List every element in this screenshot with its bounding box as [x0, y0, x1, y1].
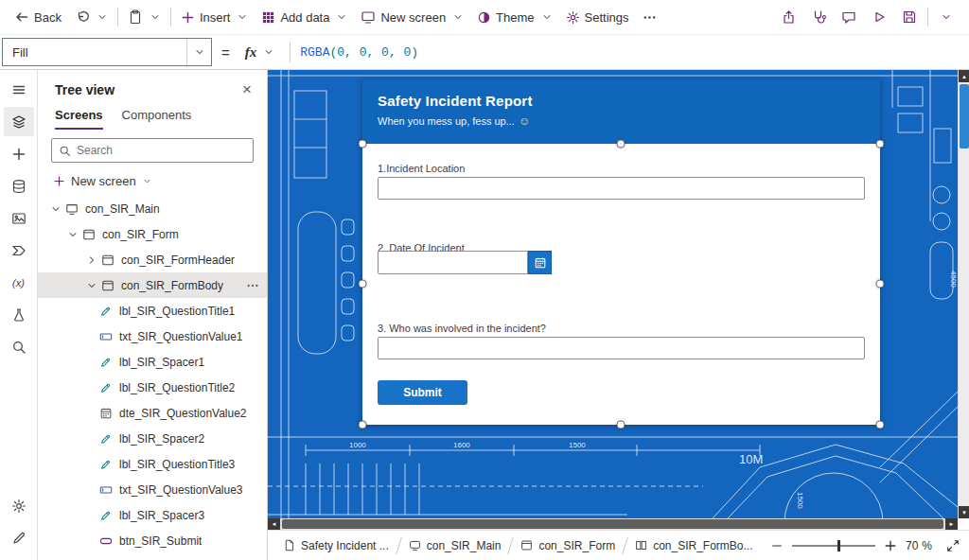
settings-button[interactable]: Settings [559, 4, 636, 30]
scroll-down-button[interactable]: ▼ [959, 506, 969, 518]
selection-handle-bottom-right[interactable] [876, 421, 885, 429]
question3-label[interactable]: 3. Who was involved in the incident? [378, 323, 546, 334]
breadcrumb-con-sir-formbody[interactable]: con_SIR_FormBo... [625, 531, 762, 560]
calendar-picker-button[interactable] [528, 251, 552, 274]
tab-screens[interactable]: Screens [55, 108, 103, 130]
zoom-slider[interactable] [792, 545, 875, 547]
question1-text-input[interactable] [378, 177, 865, 200]
horizontal-scroll-thumb[interactable] [282, 519, 943, 529]
tree-item-txt-sir-questionvalue3[interactable]: txt_SIR_QuestionValue3 [38, 477, 267, 502]
scroll-right-button[interactable]: ► [945, 518, 958, 530]
tree-item-dte-sir-questionvalue2[interactable]: dte_SIR_QuestionValue2 [38, 400, 267, 426]
vertical-scroll-thumb[interactable] [960, 84, 969, 149]
zoom-in-button[interactable] [884, 539, 897, 552]
chevron-down-icon[interactable] [66, 229, 79, 240]
selection-handle-top-right[interactable] [876, 140, 885, 149]
share-button[interactable] [773, 4, 803, 30]
chevron-down-icon[interactable] [49, 203, 62, 215]
back-button[interactable]: Back [8, 4, 68, 30]
theme-button[interactable]: Theme [470, 4, 558, 30]
data-rail-button[interactable] [4, 171, 34, 201]
tree-item-con-sir-main[interactable]: con_SIR_Main [38, 196, 267, 221]
menu-button[interactable] [4, 75, 34, 104]
preview-button[interactable] [864, 4, 894, 30]
date-input[interactable] [378, 251, 528, 274]
design-canvas[interactable]: 10M 1000 1600 1500 4500 1500 Safety Inci… [268, 70, 958, 518]
tree-item-lbl-sir-questiontitle2[interactable]: lbl_SIR_QuestionTitle2 [38, 375, 267, 400]
breadcrumb-screen[interactable]: Safety Incident ... [273, 531, 398, 560]
advanced-tools-button[interactable] [4, 300, 34, 329]
search-input[interactable] [77, 144, 246, 157]
tree-item-lbl-sir-spacer2[interactable]: lbl_SIR_Spacer2 [38, 426, 267, 451]
submit-button[interactable]: Submit [378, 380, 467, 405]
chevron-right-icon[interactable] [85, 254, 98, 266]
tree-item-con-sir-formbody[interactable]: con_SIR_FormBody [38, 272, 267, 298]
blueprint-dimension-label: 1600 [453, 441, 470, 449]
horizontal-scrollbar[interactable]: ◄ ► [268, 518, 958, 530]
zoom-slider-thumb[interactable] [837, 540, 840, 551]
scroll-left-button[interactable]: ◄ [268, 518, 280, 530]
undo-dropdown-chevron-icon[interactable] [97, 11, 108, 23]
form-body[interactable]: 1.Incident Location 2. Date Of Incident … [362, 144, 880, 425]
tree-item-lbl-sir-spacer3[interactable]: lbl_SIR_Spacer3 [38, 502, 267, 528]
search-rail-button[interactable] [4, 332, 34, 361]
add-data-button[interactable]: Add data [255, 4, 354, 30]
tree-item-txt-sir-questionvalue1[interactable]: txt_SIR_QuestionValue1 [38, 324, 267, 349]
power-automate-button[interactable] [4, 236, 34, 265]
formula-input[interactable]: RGBA(0, 0, 0, 0) [300, 45, 418, 60]
vertical-scrollbar[interactable]: ▲ ▼ [958, 70, 969, 518]
tree-item-con-sir-form[interactable]: con_SIR_Form [38, 221, 267, 247]
property-selector[interactable]: Fill [2, 38, 212, 66]
fx-dropdown[interactable]: fx [239, 44, 281, 61]
undo-button[interactable] [68, 4, 115, 30]
breadcrumb-con-sir-main[interactable]: con_SIR_Main [399, 531, 511, 560]
insert-button[interactable]: Insert [174, 4, 255, 30]
fit-to-window-icon[interactable] [946, 539, 960, 552]
question1-label[interactable]: 1.Incident Location [378, 163, 465, 174]
form-card[interactable]: Safety Incident Report When you mess up,… [362, 79, 880, 425]
tree-item-lbl-sir-questiontitle3[interactable]: lbl_SIR_QuestionTitle3 [38, 451, 267, 477]
selection-handle-top-left[interactable] [359, 140, 367, 149]
breadcrumb-label: con_SIR_FormBo... [653, 539, 752, 552]
zoom-controls: 70 % [770, 539, 960, 552]
selection-handle-mid-right[interactable] [876, 280, 885, 289]
label-control-icon [98, 457, 114, 472]
new-screen-tree-button[interactable]: New screen [38, 168, 267, 196]
app-checker-button[interactable] [803, 4, 834, 30]
close-icon[interactable]: × [238, 81, 255, 97]
new-screen-button[interactable]: New screen [354, 4, 470, 30]
zoom-out-button[interactable] [770, 539, 784, 552]
insert-rail-button[interactable] [4, 139, 34, 168]
paste-button[interactable] [121, 4, 167, 30]
tree-item-btn-sir-submit[interactable]: btn_SIR_Submit [38, 528, 267, 553]
tree-item-con-sir-formheader[interactable]: con_SIR_FormHeader [38, 247, 267, 272]
variables-button[interactable]: (x) [4, 268, 34, 297]
tab-components[interactable]: Components [122, 108, 192, 130]
tree-item-lbl-sir-spacer1[interactable]: lbl_SIR_Spacer1 [38, 349, 267, 375]
more-options-icon[interactable] [246, 279, 259, 292]
inking-button[interactable] [4, 523, 34, 552]
question3-text-input[interactable] [378, 337, 865, 359]
save-dropdown-button[interactable] [931, 4, 961, 30]
paste-dropdown-chevron-icon[interactable] [150, 11, 161, 23]
rail-settings-button[interactable] [4, 491, 34, 520]
chevron-down-icon[interactable] [85, 280, 98, 291]
tree-search-box[interactable] [51, 138, 254, 163]
property-chevron-icon[interactable] [186, 39, 211, 65]
more-commands-button[interactable] [636, 4, 663, 30]
media-rail-button[interactable] [4, 203, 34, 233]
form-header[interactable]: Safety Incident Report When you mess up,… [362, 79, 880, 144]
tree-view-button[interactable] [4, 107, 34, 136]
scroll-up-button[interactable]: ▲ [959, 70, 969, 82]
theme-icon [477, 10, 491, 25]
zoom-level[interactable]: 70 % [906, 539, 932, 552]
search-icon [11, 340, 26, 355]
selection-handle-mid-left[interactable] [359, 280, 367, 289]
comments-button[interactable] [834, 4, 864, 30]
breadcrumb-con-sir-form[interactable]: con_SIR_Form [511, 531, 625, 560]
selection-handle-bottom-left[interactable] [359, 421, 367, 429]
selection-handle-top-center[interactable] [617, 140, 625, 149]
save-button[interactable] [894, 4, 925, 30]
selection-handle-bottom-center[interactable] [617, 421, 625, 429]
tree-item-lbl-sir-questiontitle1[interactable]: lbl_SIR_QuestionTitle1 [38, 298, 267, 324]
